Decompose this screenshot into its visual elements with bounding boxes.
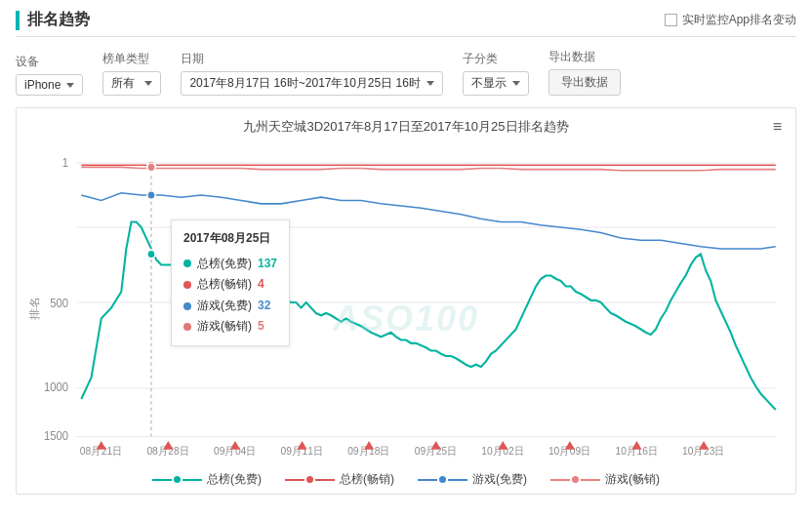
- filter-row: 设备 iPhone 榜单类型 所有 日期 2017年8月17日 16时~2017…: [16, 49, 796, 96]
- legend-item-game-paid: 游戏(畅销): [550, 471, 660, 488]
- line-total-free: [81, 222, 775, 411]
- title-bar-decoration: [16, 11, 20, 30]
- legend-line-game-paid-2: [581, 479, 600, 481]
- realtime-label: 实时监控App排名变动: [682, 12, 796, 28]
- legend-label-total-free: 总榜(免费): [207, 471, 262, 488]
- svg-text:1: 1: [62, 156, 68, 169]
- chart-type-label: 榜单类型: [102, 51, 161, 67]
- date-select[interactable]: 2017年8月17日 16时~2017年10月25日 16时: [181, 71, 442, 96]
- device-chevron-icon: [66, 83, 74, 88]
- svg-text:500: 500: [50, 297, 68, 309]
- device-select[interactable]: iPhone: [16, 74, 83, 96]
- export-filter-group: 导出数据 导出数据: [548, 49, 621, 96]
- legend-dot-game-free: [439, 476, 446, 483]
- tooltip-dot-game-free: [147, 191, 155, 200]
- legend-item-total-free: 总榜(免费): [152, 471, 262, 488]
- legend-label-game-paid: 游戏(畅销): [605, 471, 660, 488]
- chart-type-chevron-icon: [144, 81, 152, 86]
- realtime-checkbox-group[interactable]: 实时监控App排名变动: [665, 12, 796, 28]
- legend-line-total-free-2: [183, 479, 202, 481]
- legend-dot-game-paid: [572, 476, 579, 483]
- device-filter-group: 设备 iPhone: [16, 54, 83, 96]
- chart-container: ASO100 2017年08月25日 总榜(免费) 137 总榜(畅销) 4 游…: [26, 141, 786, 463]
- export-label: 导出数据: [548, 49, 621, 65]
- line-game-paid: [81, 167, 775, 170]
- section-header: 排名趋势 实时监控App排名变动: [16, 10, 796, 37]
- svg-text:1500: 1500: [44, 428, 69, 441]
- svg-text:排名: 排名: [28, 296, 41, 320]
- subcategory-label: 子分类: [463, 51, 529, 67]
- chart-type-filter-group: 榜单类型 所有: [102, 51, 161, 96]
- device-value: iPhone: [24, 78, 61, 92]
- chart-type-select[interactable]: 所有: [102, 71, 161, 96]
- date-chevron-icon: [426, 81, 434, 86]
- chart-legend: 总榜(免费) 总榜(畅销) 游戏(免费): [26, 463, 786, 494]
- date-filter-group: 日期 2017年8月17日 16时~2017年10月25日 16时: [181, 51, 442, 96]
- page-wrapper: 排名趋势 实时监控App排名变动 设备 iPhone 榜单类型 所有 日期 20…: [0, 0, 812, 519]
- tooltip-dot-total-free: [147, 250, 155, 259]
- legend-line-total-paid-2: [315, 479, 335, 481]
- export-button[interactable]: 导出数据: [548, 69, 621, 96]
- subcategory-select[interactable]: 不显示: [463, 71, 529, 96]
- chart-area: 九州天空城3D2017年8月17日至2017年10月25日排名趋势 ≡ ASO1…: [16, 107, 796, 495]
- device-label: 设备: [16, 54, 83, 70]
- legend-item-total-paid: 总榜(畅销): [285, 471, 394, 488]
- date-label: 日期: [181, 51, 442, 67]
- legend-label-total-paid: 总榜(畅销): [340, 471, 394, 488]
- legend-line-game-paid: [550, 479, 570, 481]
- subcategory-chevron-icon: [512, 81, 520, 86]
- legend-line-total-free: [152, 479, 172, 481]
- subcategory-value: 不显示: [471, 75, 507, 92]
- page-title: 排名趋势: [27, 10, 90, 30]
- date-value: 2017年8月17日 16时~2017年10月25日 16时: [189, 75, 420, 92]
- section-title-text: 排名趋势: [16, 10, 90, 30]
- chart-title: 九州天空城3D2017年8月17日至2017年10月25日排名趋势: [26, 118, 786, 136]
- chart-menu-icon[interactable]: ≡: [773, 118, 782, 136]
- legend-line-game-free-2: [448, 479, 467, 481]
- legend-item-game-free: 游戏(免费): [418, 471, 527, 488]
- legend-dot-total-paid: [306, 476, 313, 483]
- realtime-checkbox-box[interactable]: [665, 14, 677, 26]
- chart-svg: 1 500 1000 1500 排名 08月21日 08月28日 09月04日 …: [26, 141, 786, 463]
- legend-line-total-paid: [285, 479, 304, 481]
- legend-line-game-free: [418, 479, 437, 481]
- svg-text:1000: 1000: [44, 380, 69, 393]
- legend-label-game-free: 游戏(免费): [472, 471, 527, 488]
- tooltip-dot-game-paid: [147, 163, 155, 172]
- subcategory-filter-group: 子分类 不显示: [463, 51, 529, 96]
- chart-type-value: 所有: [111, 75, 135, 92]
- legend-dot-total-free: [174, 476, 181, 483]
- line-game-free: [81, 193, 775, 249]
